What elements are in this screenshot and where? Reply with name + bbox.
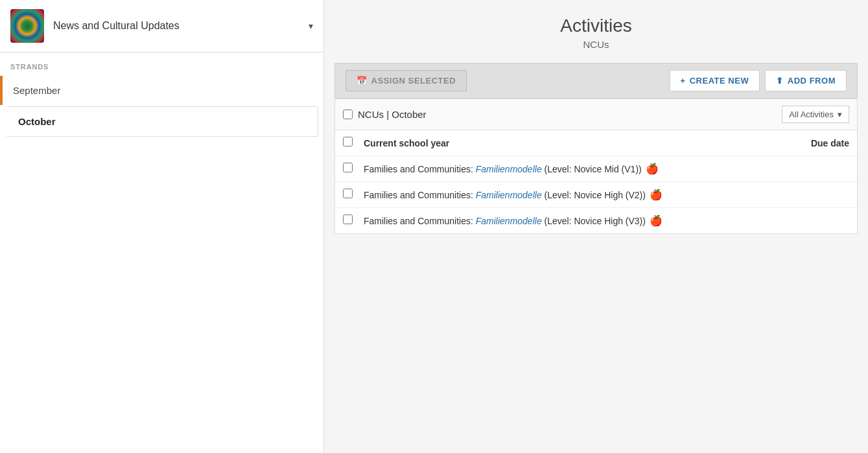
activities-subtitle: NCUs: [334, 39, 858, 50]
calendar-icon: 📅: [357, 76, 368, 86]
sidebar: News and Cultural Updates ▾ STRANDS Sept…: [0, 0, 324, 453]
row-3-italic: Familienmodelle: [476, 216, 542, 226]
row-2-text: Families and Communities: Familienmodell…: [364, 189, 849, 201]
row-1-checkbox[interactable]: [343, 163, 353, 172]
table-filter-row: NCUs | October All Activities ▾: [335, 99, 857, 130]
row-1-text: Families and Communities: Familienmodell…: [364, 163, 849, 175]
row-1-suffix: (Level: Novice Mid (V1)): [542, 164, 642, 174]
sidebar-item-october[interactable]: October: [5, 106, 318, 137]
table-filter-left: NCUs | October: [343, 109, 427, 120]
apple-icon: 🍎: [650, 189, 663, 200]
upload-icon: ⬆: [776, 76, 784, 86]
row-3-suffix: (Level: Novice High (V3)): [542, 216, 646, 226]
toolbar-right: + CREATE NEW ⬆ ADD FROM: [670, 70, 847, 91]
activities-title: Activities: [334, 16, 858, 36]
apple-icon: 🍎: [646, 163, 659, 174]
row-2-checkbox[interactable]: [343, 189, 353, 198]
table-header-row: Current school year Due date: [335, 130, 857, 156]
strands-label: STRANDS: [0, 52, 323, 76]
row-2-prefix: Families and Communities:: [364, 190, 476, 200]
apple-icon: 🍎: [650, 215, 663, 226]
row-3-checkbox[interactable]: [343, 215, 353, 224]
all-activities-dropdown[interactable]: All Activities ▾: [782, 106, 849, 123]
filter-row-checkbox[interactable]: [343, 110, 353, 119]
sidebar-logo: [10, 9, 44, 43]
row-3-prefix: Families and Communities:: [364, 216, 476, 226]
add-from-button[interactable]: ⬆ ADD FROM: [765, 70, 847, 91]
header-checkbox[interactable]: [343, 137, 353, 146]
sidebar-title: News and Cultural Updates: [53, 20, 303, 32]
assign-selected-button[interactable]: 📅 ASSIGN SELECTED: [346, 70, 467, 91]
sidebar-header[interactable]: News and Cultural Updates ▾: [0, 0, 323, 52]
sidebar-item-september[interactable]: September: [0, 76, 323, 105]
main-content: Activities NCUs 📅 ASSIGN SELECTED + CREA…: [324, 0, 868, 453]
row-3-text: Families and Communities: Familienmodell…: [364, 215, 849, 227]
create-new-button[interactable]: + CREATE NEW: [670, 70, 760, 91]
table-row: Families and Communities: Familienmodell…: [335, 208, 857, 233]
chevron-down-icon: ▾: [309, 21, 313, 31]
toolbar-left: 📅 ASSIGN SELECTED: [346, 70, 467, 91]
table-row: Families and Communities: Familienmodell…: [335, 182, 857, 208]
chevron-down-icon: ▾: [838, 110, 842, 119]
row-2-italic: Familienmodelle: [476, 190, 542, 200]
plus-icon: +: [681, 76, 686, 86]
col-due-date: Due date: [784, 138, 849, 148]
table-row: Families and Communities: Familienmodell…: [335, 156, 857, 182]
toolbar: 📅 ASSIGN SELECTED + CREATE NEW ⬆ ADD FRO…: [334, 63, 858, 99]
row-2-suffix: (Level: Novice High (V2)): [542, 190, 646, 200]
activities-table: NCUs | October All Activities ▾ Current …: [334, 99, 858, 234]
table-filter-label: NCUs | October: [358, 109, 427, 120]
activities-header: Activities NCUs: [324, 0, 868, 56]
row-1-italic: Familienmodelle: [476, 164, 542, 174]
row-1-prefix: Families and Communities:: [364, 164, 476, 174]
col-current-school-year: Current school year: [364, 138, 784, 148]
